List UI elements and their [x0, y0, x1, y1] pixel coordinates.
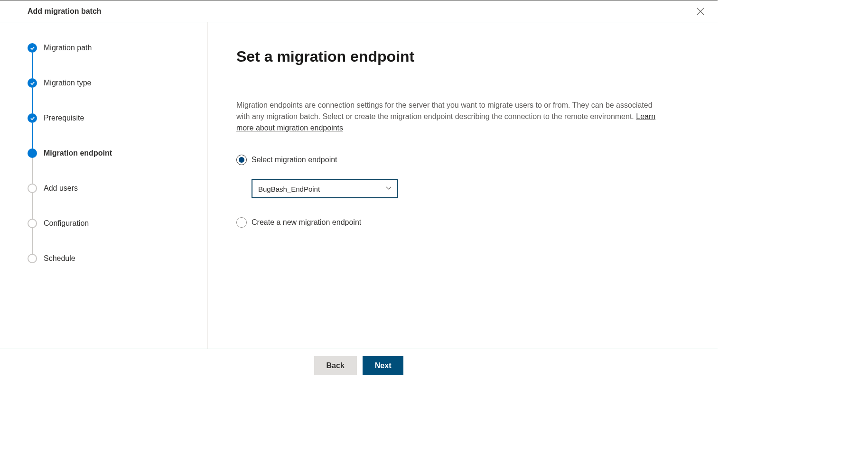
page-title: Set a migration endpoint	[236, 48, 689, 65]
step-label: Migration endpoint	[44, 148, 112, 158]
radio-label: Select migration endpoint	[252, 156, 337, 164]
radio-button-selected[interactable]	[236, 155, 247, 165]
step-indicator-completed	[28, 78, 37, 88]
dropdown-value: BugBash_EndPoint	[258, 185, 385, 193]
dialog-title: Add migration batch	[28, 7, 693, 16]
checkmark-icon	[30, 116, 35, 121]
endpoint-dropdown[interactable]: BugBash_EndPoint	[252, 179, 398, 198]
step-schedule[interactable]: Schedule	[28, 254, 198, 263]
step-connector	[32, 158, 33, 184]
step-indicator-pending	[28, 184, 37, 193]
step-label: Prerequisite	[44, 113, 84, 123]
step-indicator-completed	[28, 113, 37, 123]
step-label: Migration path	[44, 43, 92, 53]
step-migration-path[interactable]: Migration path	[28, 43, 198, 78]
step-connector	[32, 88, 33, 113]
radio-select-endpoint[interactable]: Select migration endpoint	[236, 155, 689, 165]
step-label: Migration type	[44, 78, 92, 88]
dialog-body: Migration path Migration type Prerequisi…	[0, 22, 718, 349]
radio-create-endpoint[interactable]: Create a new migration endpoint	[236, 217, 689, 228]
step-indicator-current	[28, 148, 37, 158]
dialog-header: Add migration batch	[0, 0, 718, 22]
next-button[interactable]: Next	[363, 356, 404, 375]
radio-button-unselected[interactable]	[236, 217, 247, 228]
step-connector	[32, 53, 33, 78]
step-add-users[interactable]: Add users	[28, 184, 198, 219]
step-migration-type[interactable]: Migration type	[28, 78, 198, 113]
checkmark-icon	[30, 81, 35, 86]
close-button[interactable]	[693, 4, 708, 19]
step-connector	[32, 228, 33, 254]
step-indicator-completed	[28, 43, 37, 53]
endpoint-radio-group: Select migration endpoint BugBash_EndPoi…	[236, 155, 689, 228]
step-prerequisite[interactable]: Prerequisite	[28, 113, 198, 148]
step-migration-endpoint[interactable]: Migration endpoint	[28, 148, 198, 184]
step-indicator-pending	[28, 254, 37, 263]
description-text: Migration endpoints are connection setti…	[236, 101, 653, 120]
close-icon	[697, 8, 704, 15]
step-label: Schedule	[44, 254, 75, 263]
radio-label: Create a new migration endpoint	[252, 218, 361, 227]
back-button[interactable]: Back	[314, 356, 357, 375]
step-connector	[32, 193, 33, 219]
step-list: Migration path Migration type Prerequisi…	[28, 43, 198, 263]
step-indicator-pending	[28, 219, 37, 228]
checkmark-icon	[30, 46, 35, 51]
wizard-footer: Back Next	[0, 349, 718, 382]
wizard-content: Set a migration endpoint Migration endpo…	[208, 22, 718, 349]
step-configuration[interactable]: Configuration	[28, 219, 198, 254]
step-label: Configuration	[44, 219, 89, 228]
page-description: Migration endpoints are connection setti…	[236, 100, 663, 134]
wizard-sidebar: Migration path Migration type Prerequisi…	[0, 22, 208, 349]
chevron-down-icon	[385, 185, 392, 193]
step-label: Add users	[44, 184, 78, 193]
step-connector	[32, 123, 33, 148]
